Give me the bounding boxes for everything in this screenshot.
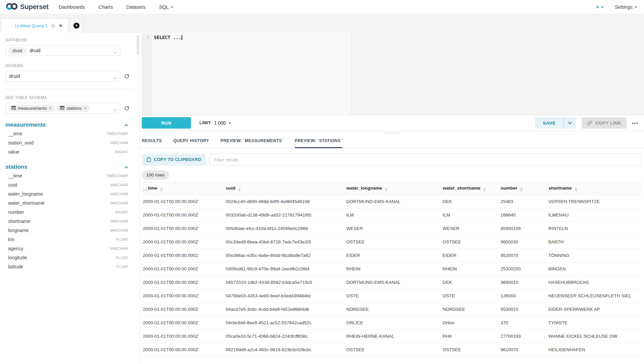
column-type: BIGINT (116, 210, 128, 214)
column-type: VARCHAR (110, 219, 128, 223)
column-type: VARCHAR (110, 246, 128, 251)
column-header-shortname[interactable]: shortname (547, 183, 642, 195)
refresh-icon (124, 73, 130, 79)
column-type: VARCHAR (110, 192, 128, 196)
table-cell: RHEIN (442, 262, 500, 276)
column-header-uuid[interactable]: uuid (225, 183, 345, 195)
nav-item-sql[interactable]: SQL (159, 4, 173, 10)
more-options-button[interactable]: ••• (632, 121, 639, 126)
chevron-down-icon (171, 6, 173, 8)
query-tab[interactable]: ⋮⋮ Untitled Query 1 ✕ (1, 19, 68, 32)
schema-column-row: agencyVARCHAR (8, 245, 128, 252)
schema-table-header-stations[interactable]: stations (5, 164, 128, 170)
nav-item-datasets[interactable]: Datasets (126, 4, 146, 10)
plus-icon: + (596, 4, 599, 10)
run-button[interactable]: RUN (142, 117, 191, 129)
database-select[interactable]: druid druid (5, 45, 120, 56)
limit-dropdown[interactable]: LIMIT: 1 000 (199, 120, 231, 126)
table-cell: TYNISTE (547, 316, 642, 330)
refresh-schema-button[interactable] (124, 73, 130, 79)
column-type: VARCHAR (110, 183, 128, 187)
text-cursor (182, 35, 182, 40)
table-cell: RHK (442, 330, 500, 343)
copy-to-clipboard-button[interactable]: COPY TO CLIPBOARD (142, 154, 206, 166)
filter-results-input[interactable] (210, 154, 641, 166)
column-header-water_shortname[interactable]: water_shortname (442, 183, 500, 195)
column-header-label: shortname (549, 186, 572, 191)
column-name: station_uuid (8, 140, 34, 145)
sidebar-scrollbar[interactable] (137, 35, 139, 55)
top-navbar: Superset DashboardsChartsDatasetsSQL + S… (0, 0, 644, 14)
table-cell: 2000-01-01T00:00:00.000Z (142, 208, 225, 222)
column-name: number (8, 209, 24, 215)
plus-circle-icon: + (73, 23, 79, 29)
table-icon (11, 106, 16, 110)
column-header-label: __time (143, 186, 157, 191)
table-cell: ILM (345, 208, 442, 222)
results-tab-query-history[interactable]: QUERY HISTORY (173, 138, 209, 148)
table-cell: RHEIN-HERNE-KANAL (345, 330, 442, 343)
table-cell: 04acd7e5-3cbc-4cdd-b4a9-f452e868f4d6 (225, 303, 345, 316)
table-cell: 25463 (500, 195, 547, 208)
column-name: __time (8, 173, 22, 178)
sql-editor[interactable]: 1 SELECT ... (141, 33, 644, 115)
table-icon (60, 106, 64, 111)
results-tab-preview-measurements-[interactable]: PREVIEW: `MEASUREMENTS` (221, 138, 284, 148)
chevron-down-icon (113, 75, 117, 80)
table-cell: TÖNNING (547, 249, 642, 262)
chevron-up-icon (124, 166, 128, 169)
sort-icon (238, 188, 241, 192)
table-cell: EIDER-SPERRWERK AP (547, 303, 642, 316)
schema-label: SCHEMA (5, 63, 139, 68)
table-cell: 126003 (500, 289, 547, 303)
schema-select[interactable]: druid (5, 71, 120, 81)
remove-chip-icon[interactable]: ✕ (84, 106, 87, 110)
link-icon (587, 121, 592, 126)
remove-chip-icon[interactable]: ✕ (49, 106, 52, 110)
table-cell: OSTSEE (345, 343, 442, 357)
editor-code-area[interactable]: SELECT ... (152, 33, 644, 115)
schema-column-row: longitudeFLOAT (8, 254, 128, 261)
table-row: 2000-01-01T00:00:00.000Z05ca0e33-5c71-43… (142, 330, 642, 343)
refresh-tables-button[interactable] (124, 105, 130, 111)
add-query-tab-button[interactable]: + (70, 19, 83, 32)
save-options-button[interactable] (564, 117, 576, 129)
column-header-water_longname[interactable]: water_longname (345, 183, 442, 195)
column-name: water_shortname (8, 200, 44, 206)
table-cell: 2000-01-01T00:00:00.000Z (142, 235, 225, 249)
results-tab-results[interactable]: RESULTS (142, 138, 162, 148)
close-icon[interactable]: ✕ (59, 23, 63, 28)
drag-handle-icon[interactable]: ⋮⋮ (6, 24, 12, 27)
table-cell: 2000-01-01T00:00:00.000Z (142, 222, 225, 235)
table-cell: 2000-01-01T00:00:00.000Z (142, 303, 225, 316)
copy-link-button[interactable]: COPY LINK (582, 117, 626, 129)
panel-resize-handle[interactable] (140, 131, 644, 135)
nav-item-charts[interactable]: Charts (98, 4, 113, 10)
table-cell: 2000-01-01T00:00:00.000Z (142, 262, 225, 276)
schema-column-row: valueBIGINT (8, 148, 128, 156)
nav-item-dashboards[interactable]: Dashboards (59, 4, 85, 10)
table-schema-select[interactable]: measurements✕stations✕ (5, 103, 120, 113)
collapse-chevron-icon (124, 164, 128, 170)
table-cell: ILMENAU (547, 208, 642, 222)
column-header-number[interactable]: number (500, 183, 547, 195)
infinity-logo-icon (5, 2, 18, 12)
column-header-__time[interactable]: __time (142, 183, 225, 195)
superset-logo[interactable]: Superset (5, 2, 49, 12)
editor-toolbar: RUN LIMIT: 1 000 SAVE COPY LINK ••• (140, 115, 644, 131)
table-cell: OSTSEE (442, 343, 500, 357)
column-type: VARCHAR (110, 201, 128, 205)
schema-table-header-measurements[interactable]: measurements (5, 122, 128, 128)
column-type: BIGINT (116, 150, 128, 154)
table-row: 2000-01-01T00:00:00.000Z005dfdae-efcc-41… (142, 222, 642, 235)
table-cell: DORTMUND-EMS-KANAL (345, 195, 442, 208)
column-name: value (8, 149, 19, 155)
settings-menu[interactable]: Settings (615, 4, 637, 10)
table-cell: ORLICE (345, 316, 442, 330)
sqllab-main-panel: 1 SELECT ... RUN LIMIT: 1 000 SAVE (140, 32, 644, 364)
new-query-plus-menu[interactable]: + (596, 4, 604, 10)
column-type: FLOAT (116, 256, 128, 260)
chevron-down-icon (635, 6, 637, 8)
results-tab-preview-stations-[interactable]: PREVIEW: `STATIONS` (295, 138, 342, 148)
save-button[interactable]: SAVE (535, 117, 564, 129)
